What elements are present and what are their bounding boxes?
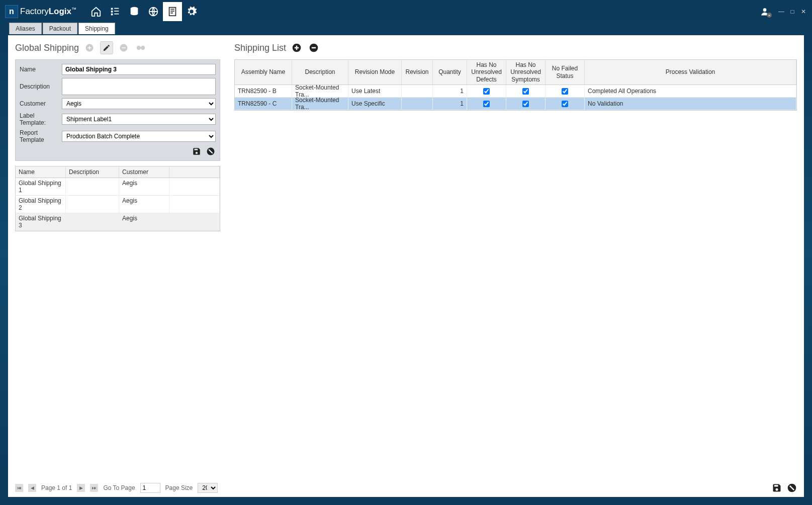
goto-input[interactable] (140, 483, 160, 493)
maximize-icon[interactable]: □ (789, 8, 796, 15)
description-input[interactable] (62, 78, 216, 95)
col-defects[interactable]: Has No Unresolved Defects (467, 60, 506, 85)
cancel-icon[interactable] (206, 146, 216, 156)
checkbox[interactable] (483, 101, 490, 107)
cancel-list-icon[interactable] (787, 483, 797, 493)
list-remove-icon[interactable] (307, 41, 320, 54)
app-header: n FactoryLogix™ — □ ✕ (2, 2, 810, 21)
col-description[interactable]: Description (292, 60, 348, 85)
col-failed-status[interactable]: No Failed Status (546, 60, 585, 85)
col-assembly-name[interactable]: Assembly Name (235, 60, 292, 85)
col-extra[interactable] (169, 166, 220, 178)
remove-icon[interactable] (117, 41, 130, 54)
save-list-icon[interactable] (772, 483, 782, 493)
pager-last-icon[interactable]: ⏭ (90, 484, 98, 492)
pager: ⏮ ◀ Page 1 of 1 ▶ ⏭ Go To Page Page Size… (15, 483, 218, 493)
page-size-label: Page Size (165, 484, 193, 491)
minimize-icon[interactable]: — (778, 8, 785, 15)
svg-point-9 (137, 46, 141, 50)
table-row[interactable]: Global Shipping 2Aegis (16, 196, 220, 213)
content-area: Global Shipping Name Description Custome… (8, 35, 804, 497)
label-template-select[interactable]: Shipment Label1 (62, 114, 216, 125)
user-icon[interactable] (760, 7, 770, 17)
svg-rect-0 (111, 8, 113, 10)
save-icon[interactable] (192, 146, 202, 156)
customer-select[interactable]: Aegis (62, 98, 216, 109)
col-name[interactable]: Name (16, 166, 66, 178)
left-panel-title: Global Shipping (15, 43, 79, 53)
checkbox[interactable] (522, 101, 529, 107)
col-revision[interactable]: Revision (402, 60, 433, 85)
name-label: Name (20, 66, 62, 73)
pager-first-icon[interactable]: ⏮ (15, 484, 23, 492)
tab-bar: Aliases Packout Shipping (2, 21, 810, 34)
report-template-label: Report Template (20, 129, 62, 143)
col-customer[interactable]: Customer (119, 166, 169, 178)
label-template-label: Label Template: (20, 112, 62, 126)
svg-rect-2 (111, 14, 113, 16)
gear-icon[interactable] (182, 2, 201, 21)
left-panel-header: Global Shipping (8, 41, 227, 59)
col-symptoms[interactable]: Has No Unresolved Symptoms (506, 60, 546, 85)
col-revision-mode[interactable]: Revision Mode (348, 60, 402, 85)
report-template-select[interactable]: Production Batch Complete (62, 131, 216, 142)
col-quantity[interactable]: Quantity (433, 60, 467, 85)
list-row[interactable]: TRN82590 - CSocket-Mounted Tra...Use Spe… (235, 98, 796, 110)
shipping-grid: Name Description Customer Global Shippin… (15, 166, 220, 231)
shipping-list-grid: Assembly Name Description Revision Mode … (234, 59, 797, 111)
checklist-icon[interactable] (106, 2, 125, 21)
home-icon[interactable] (86, 2, 106, 21)
svg-point-6 (763, 8, 767, 12)
list-add-icon[interactable] (290, 41, 303, 54)
app-logo: n (5, 5, 18, 18)
table-row[interactable]: Global Shipping 3Aegis (16, 213, 220, 231)
right-panel-header: Shipping List (227, 41, 804, 59)
svg-point-10 (141, 46, 145, 50)
close-icon[interactable]: ✕ (800, 8, 807, 15)
col-process-validation[interactable]: Process Validation (585, 60, 796, 85)
pager-next-icon[interactable]: ▶ (77, 484, 85, 492)
edit-icon[interactable] (100, 41, 113, 54)
right-panel: Shipping List Assembly Name Description … (227, 35, 804, 497)
checkbox[interactable] (522, 88, 529, 95)
link-icon[interactable] (134, 41, 147, 54)
document-icon[interactable] (163, 2, 182, 21)
right-panel-title: Shipping List (234, 43, 286, 53)
form-box: Name Description Customer Aegis Label Te… (15, 59, 220, 161)
header-toolbar (86, 2, 201, 21)
page-size-select[interactable]: 20 (198, 483, 218, 493)
name-input[interactable] (62, 64, 216, 75)
table-row[interactable]: Global Shipping 1Aegis (16, 178, 220, 196)
left-panel: Global Shipping Name Description Custome… (8, 35, 227, 497)
svg-rect-1 (111, 11, 113, 13)
checkbox[interactable] (562, 101, 568, 107)
database-icon[interactable] (125, 2, 144, 21)
app-name: FactoryLogix™ (20, 7, 76, 17)
checkbox[interactable] (483, 88, 490, 95)
checkbox[interactable] (562, 88, 568, 95)
goto-label: Go To Page (103, 484, 135, 491)
description-label: Description (20, 83, 62, 90)
page-indicator: Page 1 of 1 (41, 484, 72, 491)
tab-shipping[interactable]: Shipping (78, 23, 115, 34)
list-row[interactable]: TRN82590 - BSocket-Mounted Tra...Use Lat… (235, 85, 796, 98)
globe-icon[interactable] (144, 2, 163, 21)
col-description[interactable]: Description (66, 166, 119, 178)
window-controls: — □ ✕ (778, 8, 807, 15)
pager-prev-icon[interactable]: ◀ (28, 484, 36, 492)
customer-label: Customer (20, 100, 62, 107)
add-icon[interactable] (83, 41, 96, 54)
bottom-actions (772, 483, 797, 493)
tab-packout[interactable]: Packout (43, 23, 77, 34)
tab-aliases[interactable]: Aliases (9, 23, 42, 34)
